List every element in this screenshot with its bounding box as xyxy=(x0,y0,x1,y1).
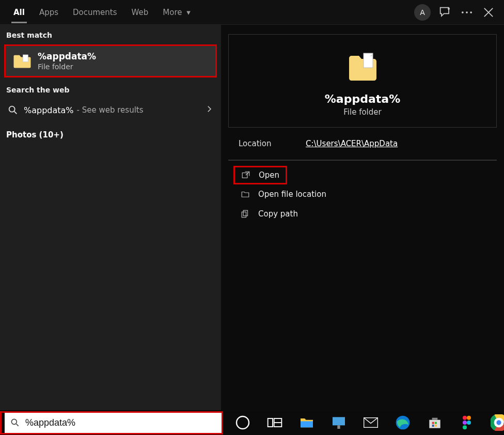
search-web-label: Search the web xyxy=(0,80,221,97)
svg-point-10 xyxy=(11,419,17,424)
svg-rect-4 xyxy=(23,55,28,62)
header-actions: A xyxy=(414,4,504,21)
search-icon xyxy=(7,104,19,116)
taskbar-searchbox[interactable] xyxy=(5,413,222,433)
svg-rect-19 xyxy=(432,422,434,424)
result-subtitle: File folder xyxy=(38,63,96,71)
search-icon xyxy=(10,417,20,428)
open-action-wrapper: Open xyxy=(233,166,492,184)
svg-rect-9 xyxy=(242,212,246,218)
svg-point-0 xyxy=(448,8,449,9)
svg-rect-20 xyxy=(435,422,437,424)
folder-icon xyxy=(347,50,378,83)
svg-rect-8 xyxy=(243,210,247,216)
task-view-icon[interactable] xyxy=(266,414,283,431)
svg-point-5 xyxy=(9,106,15,112)
web-result-sub: - See web results xyxy=(77,105,144,115)
open-location-label: Open file location xyxy=(258,190,326,199)
close-icon[interactable] xyxy=(481,5,496,20)
location-row: Location C:\Users\ACER\AppData xyxy=(228,128,497,160)
svg-rect-22 xyxy=(435,425,437,427)
svg-point-2 xyxy=(466,11,468,13)
folder-location-icon xyxy=(241,190,250,199)
tab-more-label: More xyxy=(163,8,182,17)
edge-icon[interactable] xyxy=(395,414,411,431)
chevron-right-icon xyxy=(204,104,214,116)
svg-rect-14 xyxy=(301,421,313,427)
location-value[interactable]: C:\Users\ACER\AppData xyxy=(306,139,398,148)
copy-icon xyxy=(241,209,250,219)
copy-path-label: Copy path xyxy=(258,209,298,219)
preview-subtitle: File folder xyxy=(239,107,486,117)
mail-icon[interactable] xyxy=(363,414,379,431)
taskbar-icons xyxy=(234,414,504,431)
folder-icon xyxy=(13,53,32,69)
location-label: Location xyxy=(239,139,306,148)
web-result-name: %appdata% xyxy=(24,105,74,115)
open-label: Open xyxy=(259,170,279,180)
preview-pane: %appdata% File folder Location C:\Users\… xyxy=(221,25,504,410)
paint-icon[interactable] xyxy=(330,414,347,431)
tab-apps[interactable]: Apps xyxy=(32,2,66,23)
chrome-icon[interactable] xyxy=(491,414,504,431)
tab-web[interactable]: Web xyxy=(124,2,156,23)
tab-all[interactable]: All xyxy=(6,2,32,23)
svg-rect-15 xyxy=(333,417,345,425)
figma-icon[interactable] xyxy=(459,414,475,431)
cortana-icon[interactable] xyxy=(234,414,251,431)
tab-documents[interactable]: Documents xyxy=(66,2,124,23)
taskbar xyxy=(0,410,504,435)
results-pane: Best match %appdata% File folder Search … xyxy=(0,25,221,410)
svg-point-26 xyxy=(467,421,471,425)
header-bar: All Apps Documents Web More ▾ A xyxy=(0,0,504,25)
best-match-label: Best match xyxy=(0,25,221,42)
avatar[interactable]: A xyxy=(414,4,431,21)
svg-rect-7 xyxy=(242,173,247,178)
svg-point-1 xyxy=(462,11,464,13)
more-options-icon[interactable] xyxy=(460,5,474,20)
feedback-icon[interactable] xyxy=(438,5,452,20)
svg-point-24 xyxy=(467,416,471,420)
svg-point-27 xyxy=(463,425,467,429)
search-tabs: All Apps Documents Web More ▾ xyxy=(0,2,198,23)
tab-more[interactable]: More ▾ xyxy=(155,2,198,23)
svg-point-11 xyxy=(237,416,249,429)
best-match-result[interactable]: %appdata% File folder xyxy=(4,44,217,77)
open-file-location-action[interactable]: Open file location xyxy=(233,184,492,204)
svg-rect-12 xyxy=(268,418,273,427)
searchbox-highlight xyxy=(0,411,223,434)
copy-path-action[interactable]: Copy path xyxy=(233,204,492,224)
actions-list: Open Open file location Copy path xyxy=(228,160,497,229)
search-input[interactable] xyxy=(25,417,216,428)
file-explorer-icon[interactable] xyxy=(298,414,315,431)
web-result[interactable]: %appdata% - See web results xyxy=(0,97,221,123)
svg-rect-16 xyxy=(337,425,340,429)
result-title: %appdata% xyxy=(38,51,96,61)
photos-label[interactable]: Photos (10+) xyxy=(0,123,221,147)
svg-point-25 xyxy=(463,421,467,425)
preview-card: %appdata% File folder xyxy=(228,34,497,128)
open-action[interactable]: Open xyxy=(233,166,287,184)
svg-rect-21 xyxy=(432,425,434,427)
chevron-down-icon: ▾ xyxy=(186,8,191,17)
preview-title: %appdata% xyxy=(239,92,486,105)
svg-point-3 xyxy=(470,11,472,13)
svg-point-23 xyxy=(463,416,467,420)
store-icon[interactable] xyxy=(427,414,443,431)
open-icon xyxy=(241,170,250,180)
